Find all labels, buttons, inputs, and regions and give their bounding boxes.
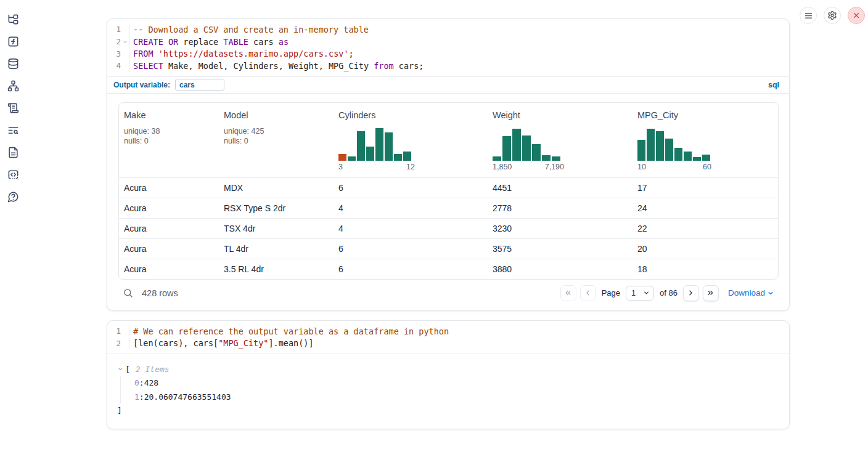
tree-entry-separator: :	[139, 392, 144, 402]
axis-max-label: 7,190	[545, 163, 564, 171]
code-line: 3FROM 'https://datasets.marimo.app/cars.…	[107, 47, 789, 60]
histogram-bar	[375, 128, 383, 161]
code-text: # We can reference the output variable a…	[129, 326, 449, 336]
column-name: MPG_City	[637, 110, 773, 120]
table-cell: 3575	[488, 244, 633, 254]
page-of-label: of 86	[660, 288, 678, 297]
code-line: 2CREATE OR replace TABLE cars as	[107, 36, 789, 48]
sql-cell: 1-- Download a CSV and create an in-memo…	[107, 18, 790, 311]
histogram-axis: 312	[338, 163, 415, 171]
histogram-bar	[348, 156, 356, 161]
table-cell: 4	[334, 203, 488, 213]
column-histogram	[338, 127, 415, 161]
table-row[interactable]: AcuraTSX 4dr4323022	[119, 218, 778, 238]
function-square-icon[interactable]	[7, 35, 20, 47]
tree-items-count: 2 Items	[136, 365, 170, 374]
log-search-icon[interactable]	[7, 124, 20, 136]
code-text: FROM 'https://datasets.marimo.app/cars.c…	[129, 49, 354, 59]
line-number: 1	[107, 326, 121, 336]
histogram-bar	[693, 157, 701, 161]
table-cell: 3.5 RL 4dr	[219, 264, 334, 274]
column-header[interactable]: Cylinders312	[334, 103, 488, 177]
line-number: 3	[107, 49, 121, 59]
histogram-bar	[522, 136, 531, 161]
editor-gutter: 4	[107, 60, 129, 72]
table-row[interactable]: Acura3.5 RL 4dr6388018	[119, 259, 778, 279]
column-unique-stat: unique: 38	[124, 126, 214, 137]
file-tree-icon[interactable]	[7, 13, 20, 25]
code-line: 4SELECT Make, Model, Cylinders, Weight, …	[107, 60, 789, 72]
first-page-button[interactable]	[560, 285, 576, 301]
line-number: 2	[107, 37, 121, 46]
scroll-icon[interactable]	[7, 102, 20, 114]
prev-page-button[interactable]	[580, 285, 596, 301]
axis-max-label: 60	[703, 163, 711, 171]
data-table: Makeunique: 38nulls: 0Modelunique: 425nu…	[118, 102, 779, 280]
code-editor-sql[interactable]: 1-- Download a CSV and create an in-memo…	[107, 19, 789, 76]
last-page-button[interactable]	[703, 285, 719, 301]
page-select[interactable]: 1	[626, 286, 654, 301]
line-number: 4	[107, 61, 121, 70]
database-icon[interactable]	[7, 57, 20, 70]
column-header[interactable]: Makeunique: 38nulls: 0	[119, 103, 219, 177]
column-header[interactable]: Weight1,8507,190	[488, 103, 633, 177]
tree-open-bracket: [	[125, 365, 130, 374]
table-cell: 6	[334, 264, 488, 274]
python-cell: 1# We can reference the output variable …	[107, 320, 790, 429]
line-number: 1	[107, 25, 121, 34]
snippets-icon[interactable]	[7, 168, 20, 180]
histogram-bar	[394, 154, 402, 161]
dependency-graph-icon[interactable]	[7, 79, 20, 92]
histogram-bar	[647, 129, 655, 161]
column-name: Make	[124, 110, 214, 120]
axis-min-label: 1,850	[493, 163, 512, 171]
language-badge: sql	[768, 81, 779, 89]
column-name: Weight	[493, 110, 628, 120]
hamburger-menu-icon[interactable]	[800, 7, 817, 24]
table-cell: 3880	[488, 264, 633, 274]
row-count: 428 rows	[142, 288, 178, 298]
table-cell: 6	[334, 183, 488, 193]
table-cell: 6	[334, 244, 488, 254]
table-row[interactable]: AcuraTL 4dr6357520	[119, 238, 778, 259]
shutdown-close-icon[interactable]	[848, 7, 865, 24]
tree-entry-value: 20.060747663551403	[144, 392, 231, 402]
column-histogram	[493, 127, 564, 161]
table-footer: 428 rows Page 1 of 86	[118, 280, 779, 307]
table-row[interactable]: AcuraMDX6445117	[119, 177, 778, 198]
fold-chevron-icon[interactable]	[121, 39, 129, 45]
table-cell: 20	[633, 244, 778, 254]
histogram-bar	[665, 139, 673, 161]
tree-entries: 0: 4281: 20.060747663551403	[120, 376, 779, 404]
gear-icon[interactable]	[824, 7, 841, 24]
output-variable-bar: Output variable: sql	[107, 76, 789, 94]
histogram-bar	[702, 155, 710, 161]
document-icon[interactable]	[7, 146, 20, 158]
tree-collapse-chevron-icon[interactable]	[117, 366, 123, 372]
tree-close-bracket: ]	[117, 403, 779, 417]
tree-entry-key: 1	[134, 392, 139, 402]
download-button[interactable]: Download	[728, 288, 774, 297]
histogram-axis: 1060	[637, 163, 711, 171]
editor-gutter: 3	[107, 47, 129, 60]
output-variable-label: Output variable:	[113, 81, 170, 89]
chevron-down-icon	[643, 289, 650, 296]
code-line: 2[len(cars), cars["MPG_City"].mean()]	[107, 337, 789, 349]
sql-cell-output: Makeunique: 38nulls: 0Modelunique: 425nu…	[107, 94, 789, 310]
histogram-bar	[542, 155, 551, 161]
column-header[interactable]: MPG_City1060	[633, 103, 778, 177]
table-cell: MDX	[219, 183, 334, 193]
histogram-bar	[552, 156, 560, 161]
table-row[interactable]: AcuraRSX Type S 2dr4277824	[119, 198, 778, 218]
tree-entry-separator: :	[139, 378, 144, 387]
column-header[interactable]: Modelunique: 425nulls: 0	[219, 103, 334, 177]
code-text: [len(cars), cars["MPG_City"].mean()]	[129, 338, 314, 348]
search-icon[interactable]	[123, 288, 133, 298]
next-page-button[interactable]	[683, 285, 699, 301]
output-variable-input[interactable]	[175, 79, 224, 91]
code-text: CREATE OR replace TABLE cars as	[129, 37, 289, 47]
help-icon[interactable]	[7, 190, 20, 203]
table-cell: Acura	[119, 224, 219, 233]
sidebar	[0, 0, 27, 449]
code-editor-python[interactable]: 1# We can reference the output variable …	[107, 321, 789, 354]
